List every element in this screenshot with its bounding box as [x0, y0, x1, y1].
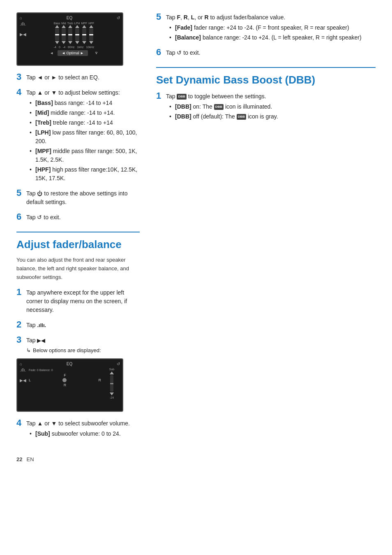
step-1-dbb-number: 1 — [156, 91, 164, 100]
eq-col-mid: Mid — [61, 22, 66, 44]
step-3-block: 3 Tap ◄ or ► to select an EQ. — [16, 72, 140, 84]
fader-divider — [16, 232, 140, 232]
bullet-balance: [Balance] balance range: -24 to +24. (L … — [169, 33, 376, 42]
fader-screen-left-icons: .ıllı. ▶◀ — [20, 368, 26, 383]
step-1-fader-content: Tap anywhere except for the upper left c… — [26, 288, 140, 316]
step-5a-text: Tap ⏻ to restore the above settings into… — [26, 189, 140, 207]
sub-value: -24 — [110, 396, 114, 399]
step-2-fader-block: 2 Tap .ıllı. — [16, 320, 140, 331]
step-1-fader-block: 1 Tap anywhere except for the upper left… — [16, 288, 140, 316]
step-5-fader-number: 5 — [156, 12, 164, 21]
step-4-number: 4 — [16, 88, 24, 97]
bullet-dbb-on: [DBB] on: The DBB icon is illuminated. — [169, 102, 376, 111]
bullet-mpf: [MPF] middle pass filter range: 500, 1K,… — [30, 147, 140, 164]
mpf-down[interactable] — [82, 41, 86, 44]
mid-up[interactable] — [62, 25, 66, 28]
step-1-dbb-bullets: [DBB] on: The DBB icon is illuminated. [… — [169, 102, 376, 121]
step-3-fader-number: 3 — [16, 335, 24, 344]
hpf-up[interactable] — [89, 25, 93, 28]
fader-bars-icon: .ıllı. — [20, 368, 26, 372]
step-2-fader-text: Tap .ıllı. — [26, 321, 140, 330]
bass-down[interactable] — [55, 41, 59, 44]
step-4-fader-text: Tap ▲ or ▼ to select subwoofer volume. — [26, 419, 140, 428]
step-1-dbb-text: Tap DBB to toggle between the settings. — [166, 92, 376, 101]
lph-up[interactable] — [75, 25, 79, 28]
step-6a-number: 6 — [16, 212, 24, 221]
optimal-button[interactable]: ◄ Optimal ► — [58, 50, 88, 56]
step-4-text: Tap ▲ or ▼ to adjust below settings: — [26, 88, 140, 97]
sub-up[interactable] — [110, 372, 114, 374]
home-icon: ⌂ — [20, 16, 22, 20]
sub-control: Sub -24 — [104, 368, 120, 399]
step-5a-block: 5 Tap ⏻ to restore the above settings in… — [16, 188, 140, 208]
bullet-dbb-off: [DBB] off (default): The DBB icon is gra… — [169, 112, 376, 121]
step-4-fader-bullets: [Sub] subwoofer volume: 0 to 24. — [30, 430, 140, 438]
bullet-mid: [Mid] middle range: -14 to +14. — [30, 109, 140, 117]
step-3-fader-block: 3 Tap ▶◀ Below options are displayed: — [16, 335, 140, 355]
fader-screen: ⌂ EQ ↺ .ıllı. ▶◀ Fade: 0 Balance: 0 F — [16, 358, 123, 412]
freq-row: -4 0 -4 80Hz 1kHz 10kHz — [28, 46, 120, 49]
fader-screen-label: EQ — [67, 362, 72, 366]
fader-prev-icon: ▶◀ — [20, 378, 26, 383]
step-5-fader-bullets: [Fade] fader range: +24 to -24. (F = fro… — [169, 23, 376, 42]
eq-screen-label: EQ — [67, 16, 72, 20]
page-language: EN — [26, 456, 34, 462]
eq-col-bass: Bass — [54, 22, 60, 44]
step-6a-block: 6 Tap ↺ to exit. — [16, 212, 140, 223]
bullet-lph: [LPH] low pass filter range: 60, 80, 100… — [30, 128, 140, 146]
step-3-number: 3 — [16, 72, 24, 81]
fader-back-icon: ↺ — [117, 362, 120, 366]
eq-col-mpf: MPF — [81, 22, 87, 44]
bullet-treb: [Treb] treble range: -14 to +14 — [30, 118, 140, 127]
step-5-fader-text: Tap F, R, L, or R to adjust fader/balanc… — [166, 13, 376, 22]
step-6-fader-block: 6 Tap ↺ to exit. — [156, 48, 376, 59]
left-column: ⌂ EQ ↺ .ıllı. ▶◀ Bass — [16, 12, 140, 444]
eq-screen-1: ⌂ EQ ↺ .ıllı. ▶◀ Bass — [16, 12, 123, 66]
bars-icon: .ıllı. — [20, 22, 26, 26]
fade-balance-label: Fade: 0 Balance: 0 — [29, 369, 101, 372]
step-6a-content: Tap ↺ to exit. — [26, 212, 140, 223]
page-number: 22 — [16, 456, 22, 462]
dbb-divider — [156, 67, 376, 68]
bass-up[interactable] — [55, 25, 59, 28]
bullet-hpf: [HPF] high pass filter range:10K, 12.5K,… — [30, 165, 140, 183]
fader-home-icon: ⌂ — [20, 362, 22, 366]
step-6a-text: Tap ↺ to exit. — [26, 213, 140, 222]
step-5-fader-content: Tap F, R, L, or R to adjust fader/balanc… — [166, 12, 376, 44]
fader-intro: You can also adjust the front and rear s… — [16, 256, 140, 281]
step-3-content: Tap ◄ or ► to select an EQ. — [26, 72, 140, 84]
treb-down[interactable] — [68, 41, 72, 44]
sub-down[interactable] — [110, 392, 114, 395]
right-column: 5 Tap F, R, L, or R to adjust fader/bala… — [156, 12, 376, 444]
hpf-down[interactable] — [89, 41, 93, 44]
step-5-fader-block: 5 Tap F, R, L, or R to adjust fader/bala… — [156, 12, 376, 44]
step-3-fader-arrow: Below options are displayed: — [26, 346, 140, 355]
step-4-content: Tap ▲ or ▼ to adjust below settings: [Ba… — [26, 88, 140, 184]
step-1-dbb-block: 1 Tap DBB to toggle between the settings… — [156, 91, 376, 123]
step-6-fader-text: Tap ↺ to exit. — [166, 49, 376, 57]
step-2-fader-content: Tap .ıllı. — [26, 320, 140, 331]
dbb-off-icon: DBB — [237, 114, 246, 120]
step-1-fader-number: 1 — [16, 288, 24, 297]
step-3-fader-content: Tap ▶◀ Below options are displayed: — [26, 335, 140, 355]
step-6-fader-number: 6 — [156, 48, 164, 57]
eq-bars-section: Bass Mid Treb — [28, 22, 120, 44]
eq-col-lph: LPH — [74, 22, 80, 44]
mpf-up[interactable] — [82, 25, 86, 28]
eq-col-treb: Treb — [67, 22, 73, 44]
step-1-fader-text: Tap anywhere except for the upper left c… — [26, 288, 140, 314]
screen-left-icons: .ıllı. ▶◀ — [20, 22, 26, 37]
page-footer: 22 EN — [16, 456, 376, 462]
prev-icon: ▶◀ — [20, 32, 26, 37]
step-4-fader-number: 4 — [16, 418, 24, 427]
step-5a-number: 5 — [16, 188, 24, 197]
mid-down[interactable] — [62, 41, 66, 44]
treb-up[interactable] — [68, 25, 72, 28]
dbb-icon-inline: DBB — [177, 94, 186, 100]
step-3-text: Tap ◄ or ► to select an EQ. — [26, 73, 140, 82]
bullet-fade: [Fade] fader range: +24 to -24. (F = fro… — [169, 23, 376, 32]
step-2-fader-number: 2 — [16, 320, 24, 329]
bullet-sub: [Sub] subwoofer volume: 0 to 24. — [30, 430, 140, 438]
step-3-fader-text: Tap ▶◀ — [26, 336, 140, 345]
lph-down[interactable] — [75, 41, 79, 44]
